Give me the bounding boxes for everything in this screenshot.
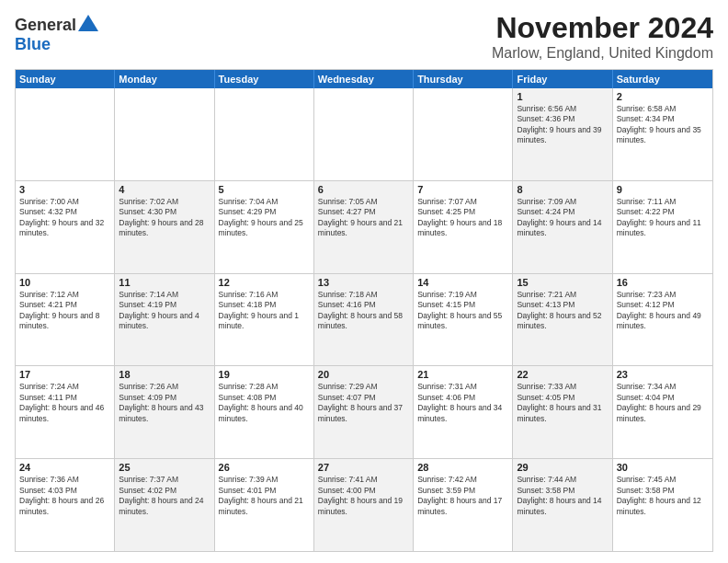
day-number: 10 xyxy=(19,277,110,288)
calendar-cell: 20Sunrise: 7:29 AM Sunset: 4:07 PM Dayli… xyxy=(314,366,414,458)
calendar-header-day: Sunday xyxy=(16,70,115,88)
calendar-cell: 8Sunrise: 7:09 AM Sunset: 4:24 PM Daylig… xyxy=(513,181,612,273)
day-info: Sunrise: 7:12 AM Sunset: 4:21 PM Dayligh… xyxy=(19,290,110,332)
calendar-row: 10Sunrise: 7:12 AM Sunset: 4:21 PM Dayli… xyxy=(16,273,712,366)
day-number: 2 xyxy=(617,91,709,102)
calendar-cell: 6Sunrise: 7:05 AM Sunset: 4:27 PM Daylig… xyxy=(314,181,414,273)
day-number: 9 xyxy=(617,184,709,195)
day-info: Sunrise: 7:28 AM Sunset: 4:08 PM Dayligh… xyxy=(219,382,310,424)
day-number: 15 xyxy=(517,277,608,288)
calendar-header-day: Wednesday xyxy=(314,70,414,88)
calendar-cell: 25Sunrise: 7:37 AM Sunset: 4:02 PM Dayli… xyxy=(115,459,214,551)
day-info: Sunrise: 7:37 AM Sunset: 4:02 PM Dayligh… xyxy=(119,475,210,517)
logo-blue-text: Blue xyxy=(15,35,51,54)
calendar-cell: 29Sunrise: 7:44 AM Sunset: 3:58 PM Dayli… xyxy=(513,459,612,551)
calendar-cell: 3Sunrise: 7:00 AM Sunset: 4:32 PM Daylig… xyxy=(16,181,115,273)
day-number: 24 xyxy=(19,462,110,473)
calendar-cell: 14Sunrise: 7:19 AM Sunset: 4:15 PM Dayli… xyxy=(414,274,513,366)
day-number: 17 xyxy=(19,369,110,380)
calendar-cell: 18Sunrise: 7:26 AM Sunset: 4:09 PM Dayli… xyxy=(115,366,214,458)
day-info: Sunrise: 7:05 AM Sunset: 4:27 PM Dayligh… xyxy=(318,197,409,239)
day-info: Sunrise: 7:24 AM Sunset: 4:11 PM Dayligh… xyxy=(19,382,110,424)
calendar: SundayMondayTuesdayWednesdayThursdayFrid… xyxy=(15,69,713,552)
calendar-cell: 19Sunrise: 7:28 AM Sunset: 4:08 PM Dayli… xyxy=(215,366,314,458)
day-info: Sunrise: 7:36 AM Sunset: 4:03 PM Dayligh… xyxy=(19,475,110,517)
logo-text: General xyxy=(15,15,98,35)
day-info: Sunrise: 7:23 AM Sunset: 4:12 PM Dayligh… xyxy=(617,290,709,332)
day-info: Sunrise: 7:41 AM Sunset: 4:00 PM Dayligh… xyxy=(318,475,409,517)
calendar-header-day: Thursday xyxy=(414,70,513,88)
calendar-cell: 10Sunrise: 7:12 AM Sunset: 4:21 PM Dayli… xyxy=(16,274,115,366)
calendar-cell: 30Sunrise: 7:45 AM Sunset: 3:58 PM Dayli… xyxy=(613,459,712,551)
day-info: Sunrise: 7:21 AM Sunset: 4:13 PM Dayligh… xyxy=(517,290,608,332)
calendar-row: 17Sunrise: 7:24 AM Sunset: 4:11 PM Dayli… xyxy=(16,365,712,458)
calendar-cell: 5Sunrise: 7:04 AM Sunset: 4:29 PM Daylig… xyxy=(215,181,314,273)
day-info: Sunrise: 7:31 AM Sunset: 4:06 PM Dayligh… xyxy=(417,382,508,424)
day-info: Sunrise: 7:42 AM Sunset: 3:59 PM Dayligh… xyxy=(417,475,508,517)
day-number: 20 xyxy=(318,369,409,380)
calendar-cell: 15Sunrise: 7:21 AM Sunset: 4:13 PM Dayli… xyxy=(513,274,612,366)
calendar-cell xyxy=(314,88,414,180)
day-number: 22 xyxy=(517,369,608,380)
calendar-cell: 26Sunrise: 7:39 AM Sunset: 4:01 PM Dayli… xyxy=(215,459,314,551)
day-number: 7 xyxy=(417,184,508,195)
calendar-header-day: Monday xyxy=(115,70,214,88)
day-number: 3 xyxy=(19,184,110,195)
day-info: Sunrise: 7:00 AM Sunset: 4:32 PM Dayligh… xyxy=(19,197,110,239)
calendar-cell xyxy=(16,88,115,180)
svg-marker-0 xyxy=(78,15,98,31)
day-info: Sunrise: 7:09 AM Sunset: 4:24 PM Dayligh… xyxy=(517,197,608,239)
calendar-cell xyxy=(115,88,214,180)
day-number: 4 xyxy=(119,184,210,195)
calendar-cell: 2Sunrise: 6:58 AM Sunset: 4:34 PM Daylig… xyxy=(613,88,712,180)
day-info: Sunrise: 7:33 AM Sunset: 4:05 PM Dayligh… xyxy=(517,382,608,424)
calendar-cell: 23Sunrise: 7:34 AM Sunset: 4:04 PM Dayli… xyxy=(613,366,712,458)
calendar-row: 1Sunrise: 6:56 AM Sunset: 4:36 PM Daylig… xyxy=(16,88,712,180)
day-info: Sunrise: 7:07 AM Sunset: 4:25 PM Dayligh… xyxy=(417,197,508,239)
calendar-cell: 9Sunrise: 7:11 AM Sunset: 4:22 PM Daylig… xyxy=(613,181,712,273)
calendar-cell: 7Sunrise: 7:07 AM Sunset: 4:25 PM Daylig… xyxy=(414,181,513,273)
day-number: 27 xyxy=(318,462,409,473)
header: General Blue November 2024 Marlow, Engla… xyxy=(15,11,713,62)
day-number: 21 xyxy=(417,369,508,380)
main-title: November 2024 xyxy=(492,11,713,45)
calendar-header: SundayMondayTuesdayWednesdayThursdayFrid… xyxy=(16,70,712,88)
day-number: 11 xyxy=(119,277,210,288)
day-info: Sunrise: 7:18 AM Sunset: 4:16 PM Dayligh… xyxy=(318,290,409,332)
subtitle: Marlow, England, United Kingdom xyxy=(492,45,713,62)
calendar-header-day: Tuesday xyxy=(215,70,314,88)
logo-triangle-icon xyxy=(78,15,98,31)
day-number: 12 xyxy=(219,277,310,288)
day-info: Sunrise: 7:34 AM Sunset: 4:04 PM Dayligh… xyxy=(617,382,709,424)
calendar-cell: 12Sunrise: 7:16 AM Sunset: 4:18 PM Dayli… xyxy=(215,274,314,366)
calendar-cell xyxy=(215,88,314,180)
logo-blue-row: Blue xyxy=(15,35,51,54)
calendar-cell: 11Sunrise: 7:14 AM Sunset: 4:19 PM Dayli… xyxy=(115,274,214,366)
calendar-cell: 24Sunrise: 7:36 AM Sunset: 4:03 PM Dayli… xyxy=(16,459,115,551)
day-number: 16 xyxy=(617,277,709,288)
calendar-cell xyxy=(414,88,513,180)
day-number: 23 xyxy=(617,369,709,380)
day-number: 19 xyxy=(219,369,310,380)
day-info: Sunrise: 6:58 AM Sunset: 4:34 PM Dayligh… xyxy=(617,104,709,146)
calendar-cell: 17Sunrise: 7:24 AM Sunset: 4:11 PM Dayli… xyxy=(16,366,115,458)
day-info: Sunrise: 7:11 AM Sunset: 4:22 PM Dayligh… xyxy=(617,197,709,239)
calendar-header-day: Saturday xyxy=(613,70,712,88)
calendar-cell: 28Sunrise: 7:42 AM Sunset: 3:59 PM Dayli… xyxy=(414,459,513,551)
calendar-row: 24Sunrise: 7:36 AM Sunset: 4:03 PM Dayli… xyxy=(16,458,712,551)
day-number: 18 xyxy=(119,369,210,380)
calendar-cell: 21Sunrise: 7:31 AM Sunset: 4:06 PM Dayli… xyxy=(414,366,513,458)
day-info: Sunrise: 7:26 AM Sunset: 4:09 PM Dayligh… xyxy=(119,382,210,424)
page: General Blue November 2024 Marlow, Engla… xyxy=(0,0,728,563)
day-info: Sunrise: 7:44 AM Sunset: 3:58 PM Dayligh… xyxy=(517,475,608,517)
calendar-row: 3Sunrise: 7:00 AM Sunset: 4:32 PM Daylig… xyxy=(16,180,712,273)
calendar-header-day: Friday xyxy=(513,70,612,88)
day-info: Sunrise: 7:29 AM Sunset: 4:07 PM Dayligh… xyxy=(318,382,409,424)
day-number: 28 xyxy=(417,462,508,473)
day-number: 26 xyxy=(219,462,310,473)
day-number: 1 xyxy=(517,91,608,102)
day-info: Sunrise: 7:45 AM Sunset: 3:58 PM Dayligh… xyxy=(617,475,709,517)
calendar-cell: 22Sunrise: 7:33 AM Sunset: 4:05 PM Dayli… xyxy=(513,366,612,458)
day-info: Sunrise: 7:14 AM Sunset: 4:19 PM Dayligh… xyxy=(119,290,210,332)
calendar-cell: 27Sunrise: 7:41 AM Sunset: 4:00 PM Dayli… xyxy=(314,459,414,551)
